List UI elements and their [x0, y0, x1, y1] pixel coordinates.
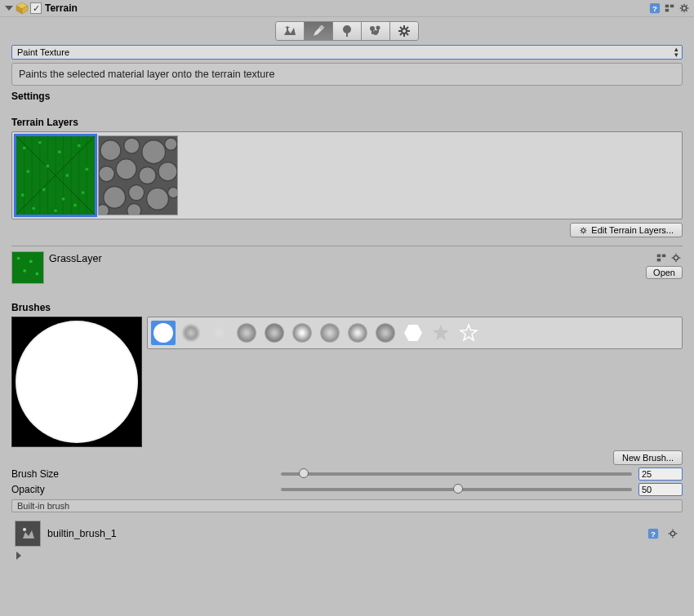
new-brush-label: New Brush...: [622, 453, 674, 463]
svg-point-8: [682, 6, 686, 10]
svg-marker-59: [433, 325, 449, 340]
svg-rect-15: [371, 30, 373, 34]
svg-point-52: [29, 260, 33, 264]
opacity-slider[interactable]: [281, 488, 632, 491]
chevron-updown-icon: ▴▾: [674, 47, 678, 58]
svg-rect-16: [377, 29, 379, 33]
svg-point-54: [36, 273, 39, 276]
svg-point-37: [142, 140, 166, 164]
svg-point-17: [402, 29, 407, 33]
brush-item-tex-4[interactable]: [318, 321, 342, 345]
gear-icon[interactable]: [666, 527, 679, 540]
svg-text:?: ?: [652, 4, 657, 13]
svg-rect-5: [665, 5, 669, 8]
terrain-layer-rocks[interactable]: [98, 135, 178, 215]
svg-rect-7: [665, 9, 669, 12]
component-header: ✓ Terrain ?: [0, 0, 694, 17]
paint-mode-dropdown[interactable]: Paint Texture ▴▾: [11, 45, 683, 60]
svg-rect-57: [657, 259, 661, 262]
selected-layer-name: GrassLayer: [49, 253, 102, 264]
help-icon[interactable]: ?: [647, 527, 660, 540]
brush-size-label: Brush Size: [11, 468, 281, 480]
svg-point-22: [78, 144, 81, 148]
svg-point-44: [128, 185, 144, 201]
svg-point-65: [670, 531, 674, 535]
svg-rect-50: [12, 252, 43, 283]
terrain-component-icon: [16, 2, 29, 15]
enabled-checkbox[interactable]: ✓: [30, 2, 42, 14]
brush-asset-thumbnail[interactable]: [15, 521, 41, 547]
component-title: Terrain: [45, 2, 78, 14]
svg-point-20: [38, 141, 42, 144]
svg-rect-56: [662, 255, 665, 258]
brush-item-ring-1[interactable]: [179, 321, 203, 345]
svg-point-58: [674, 255, 678, 259]
terrain-layer-grass[interactable]: [16, 135, 96, 215]
svg-point-28: [42, 188, 46, 191]
brush-item-star-fill[interactable]: [429, 321, 453, 345]
svg-rect-55: [657, 255, 661, 258]
open-layer-button[interactable]: Open: [646, 266, 683, 279]
help-icon[interactable]: ?: [648, 2, 661, 15]
gear-icon[interactable]: [678, 2, 691, 15]
svg-point-24: [46, 165, 49, 168]
svg-point-47: [99, 205, 109, 215]
svg-point-36: [124, 138, 140, 153]
foldout-toggle-icon[interactable]: [5, 6, 13, 11]
svg-rect-61: [18, 524, 38, 543]
paint-texture-tool[interactable]: [304, 21, 333, 41]
gear-icon[interactable]: [670, 251, 683, 264]
brush-size-slider[interactable]: [281, 472, 632, 476]
svg-text:?: ?: [651, 530, 656, 538]
brush-item-tex-5[interactable]: [345, 321, 370, 345]
svg-point-49: [582, 228, 585, 232]
svg-point-30: [82, 191, 85, 194]
presets-icon[interactable]: [655, 251, 668, 264]
selected-layer-row: GrassLayer Open: [11, 251, 683, 284]
brush-item-dot[interactable]: [207, 321, 231, 345]
svg-point-32: [54, 209, 57, 212]
terrain-settings-tool[interactable]: [389, 21, 419, 41]
raise-lower-tool[interactable]: [275, 21, 305, 41]
svg-marker-60: [460, 325, 477, 340]
brush-preview: [11, 317, 142, 447]
paint-trees-tool[interactable]: [332, 21, 362, 41]
brushes-heading: Brushes: [11, 302, 683, 313]
opacity-label: Opacity: [11, 484, 281, 495]
brush-item-soft-round[interactable]: [151, 321, 176, 345]
svg-point-39: [99, 166, 114, 181]
svg-point-27: [21, 193, 24, 197]
open-label: Open: [653, 268, 675, 277]
brush-item-star-outline[interactable]: [456, 321, 481, 345]
svg-rect-6: [670, 5, 674, 8]
terrain-layers-heading: Terrain Layers: [11, 117, 683, 128]
paint-details-tool[interactable]: [361, 21, 390, 41]
presets-icon[interactable]: [663, 2, 676, 15]
svg-point-11: [343, 25, 351, 33]
brush-list: [147, 317, 683, 349]
brush-item-hexagon[interactable]: [401, 321, 425, 345]
settings-heading: Settings: [11, 91, 683, 102]
svg-point-29: [62, 197, 65, 201]
new-brush-button[interactable]: New Brush...: [613, 450, 683, 465]
edit-terrain-layers-button[interactable]: Edit Terrain Layers...: [570, 223, 683, 237]
brush-item-tex-1[interactable]: [234, 321, 259, 345]
brush-asset-row: builtin_brush_1 ?: [11, 519, 683, 548]
brush-asset-foldout-icon[interactable]: [16, 552, 21, 560]
svg-point-13: [376, 26, 380, 30]
svg-point-41: [139, 166, 156, 184]
svg-point-48: [127, 204, 141, 215]
svg-point-51: [17, 257, 20, 260]
opacity-input[interactable]: [638, 483, 683, 496]
brush-item-tex-2[interactable]: [262, 321, 287, 345]
svg-point-31: [32, 206, 35, 210]
terrain-layers-panel: [11, 131, 683, 219]
brush-item-tex-6[interactable]: [373, 321, 398, 345]
terrain-toolbar: [0, 17, 694, 45]
edit-terrain-layers-label: Edit Terrain Layers...: [591, 225, 674, 235]
builtin-brush-bar: Built-in brush: [11, 499, 683, 512]
selected-layer-thumbnail[interactable]: [11, 251, 44, 284]
brush-item-tex-3[interactable]: [290, 321, 314, 345]
brush-size-input[interactable]: [638, 468, 683, 481]
svg-point-21: [58, 150, 61, 153]
